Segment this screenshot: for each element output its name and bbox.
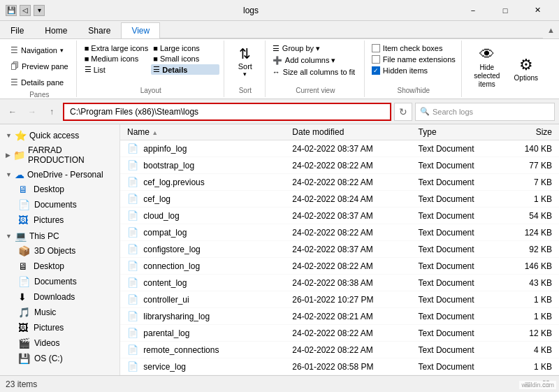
large-icons-btn[interactable]: ■ Large icons [151,43,219,53]
file-name: appinfo_log [143,144,187,154]
close-button[interactable]: ✕ [521,0,553,21]
column-type-label: Type [419,127,437,137]
sidebar-item-pictures-od[interactable]: 🖼 Pictures [0,212,119,228]
title-quick-back[interactable]: ◁ [20,5,31,16]
pictures-od-label: Pictures [34,215,64,225]
size-columns-icon: ↔ [273,68,280,76]
sort-button[interactable]: ⇅ Sort ▾ [230,43,261,80]
tab-view[interactable]: View [121,22,160,38]
file-name-extensions-toggle[interactable]: File name extensions [370,55,457,64]
file-type-cell: Text Document [414,176,501,189]
file-icon: 📄 [127,143,138,154]
details-icon: ☰ [10,78,18,87]
tab-file[interactable]: File [0,22,34,38]
sidebar-item-documents-od[interactable]: 📄 Documents [0,197,119,212]
pictures-pc-label: Pictures [34,323,64,333]
sidebar-item-3d-objects[interactable]: 📦 3D Objects [0,243,119,259]
table-row[interactable]: 📄 appinfo_log 24-02-2022 08:37 AM Text D… [120,140,559,157]
table-row[interactable]: 📄 bootstrap_log 24-02-2022 08:22 AM Text… [120,157,559,174]
table-row[interactable]: 📄 compat_log 24-02-2022 08:22 AM Text Do… [120,224,559,241]
sidebar-item-documents-pc[interactable]: 📄 Documents [0,274,119,289]
table-row[interactable]: 📄 service_log 26-01-2022 08:58 PM Text D… [120,358,559,375]
file-size-cell: 77 KB [501,159,556,172]
sidebar-item-desktop-pc[interactable]: 🖥 Desktop [0,259,119,274]
table-row[interactable]: 📄 parental_log 24-02-2022 08:22 AM Text … [120,325,559,342]
file-date-cell: 24-02-2022 08:37 AM [288,143,414,155]
sidebar-item-music[interactable]: 🎵 Music [0,305,119,320]
navigation-pane-button[interactable]: ☰ Navigation ▾ [7,43,72,57]
table-row[interactable]: 📄 remote_connections 24-02-2022 08:22 AM… [120,342,559,358]
minimize-button[interactable]: − [457,0,489,21]
column-type[interactable]: Type [414,124,501,140]
sidebar-item-desktop-od[interactable]: 🖥 Desktop [0,182,119,197]
table-row[interactable]: 📄 controller_ui 26-01-2022 10:27 PM Text… [120,291,559,308]
medium-icon: ■ [85,55,89,63]
title-quick-save[interactable]: 💾 [6,5,17,16]
layout-grid: ■ Extra large icons ■ Large icons ■ Medi… [82,43,219,75]
column-name-label: Name [127,127,150,137]
table-row[interactable]: 📄 librarysharing_log 24-02-2022 08:21 AM… [120,308,559,325]
small-icons-label: Small icons [160,55,199,63]
up-button[interactable]: ↑ [43,103,60,120]
table-row[interactable]: 📄 cef_log 24-02-2022 08:24 AM Text Docum… [120,191,559,208]
small-icons-btn[interactable]: ■ Small icons [151,54,219,64]
details-btn[interactable]: ☰ Details [151,64,219,75]
table-row[interactable]: 📄 content_log 24-02-2022 08:38 AM Text D… [120,275,559,291]
back-button[interactable]: ← [4,103,21,120]
tab-home[interactable]: Home [34,22,78,38]
sidebar-item-onedrive[interactable]: ▼ ☁ OneDrive - Personal [0,166,119,182]
list-btn[interactable]: ☰ List [82,64,151,75]
hidden-items-toggle[interactable]: ✓ Hidden items [370,66,457,75]
file-name-cell: 📄 content_log [123,276,288,289]
title-quick-down[interactable]: ▾ [34,5,45,16]
forward-button[interactable]: → [24,103,41,120]
medium-icons-btn[interactable]: ■ Medium icons [82,54,151,64]
file-name: parental_log [143,328,189,338]
documents-pc-label: Documents [34,277,77,286]
ribbon-expand-icon[interactable]: ▲ [547,26,555,34]
preview-pane-button[interactable]: 🗍 Preview pane [7,59,72,73]
address-input[interactable] [63,103,391,121]
table-row[interactable]: 📄 connection_log 24-02-2022 08:22 AM Tex… [120,258,559,275]
options-button[interactable]: ⚙ Options [509,45,543,93]
small-icon: ■ [153,55,158,63]
file-type-cell: Text Document [414,143,501,155]
table-row[interactable]: 📄 configstore_log 24-02-2022 08:37 AM Te… [120,241,559,258]
details-pane-button[interactable]: ☰ Details pane [7,75,72,89]
file-type-cell: Text Document [414,226,501,239]
sidebar-item-videos[interactable]: 🎬 Videos [0,335,119,351]
group-by-button[interactable]: ☰ Group by ▾ [271,43,356,54]
add-columns-button[interactable]: ➕ Add columns ▾ [271,55,356,66]
tab-share[interactable]: Share [78,22,121,38]
extra-large-icons-btn[interactable]: ■ Extra large icons [82,43,151,53]
file-name-cell: 📄 librarysharing_log [123,310,288,323]
column-size[interactable]: Size [501,124,556,140]
file-name: remote_connections [143,345,219,355]
refresh-button[interactable]: ↻ [394,103,412,121]
column-name[interactable]: Name ▲ [123,124,288,140]
sidebar-item-quick-access[interactable]: ▼ ⭐ Quick access [0,127,119,143]
hide-selected-button[interactable]: 👁 Hide selecteditems [467,43,507,91]
desktop-pc-label: Desktop [34,261,64,271]
window-controls: − □ ✕ [457,0,553,21]
sidebar-item-os-c[interactable]: 💾 OS (C:) [0,351,119,366]
sidebar-item-downloads[interactable]: ⬇ Downloads [0,289,119,305]
sidebar-item-this-pc[interactable]: ▼ 💻 This PC [0,228,119,243]
file-icon: 📄 [127,328,138,338]
extra-large-icon: ■ [85,44,89,52]
panes-content: ☰ Navigation ▾ 🗍 Preview pane ☰ Details … [7,42,72,89]
sidebar-item-pictures-pc[interactable]: 🖼 Pictures [0,320,119,335]
sidebar-item-farrad[interactable]: ▶ 📁 FARRAD PRODUCTION [0,143,119,166]
nav-pane-icon: ☰ [10,45,18,55]
maximize-button[interactable]: □ [489,0,521,21]
quick-access-icon: ⭐ [15,130,27,141]
table-row[interactable]: 📄 cloud_log 24-02-2022 08:37 AM Text Doc… [120,208,559,224]
search-box[interactable]: 🔍 Search logs [415,103,555,121]
size-columns-button[interactable]: ↔ Size all columns to fit [271,67,356,77]
layout-label: Layout [82,85,219,96]
table-row[interactable]: 📄 cef_log.previous 24-02-2022 08:22 AM T… [120,174,559,191]
search-icon: 🔍 [420,107,430,116]
item-check-boxes-toggle[interactable]: Item check boxes [370,43,457,53]
column-date-modified[interactable]: Date modified [288,124,414,140]
file-date-cell: 24-02-2022 08:22 AM [288,327,414,340]
